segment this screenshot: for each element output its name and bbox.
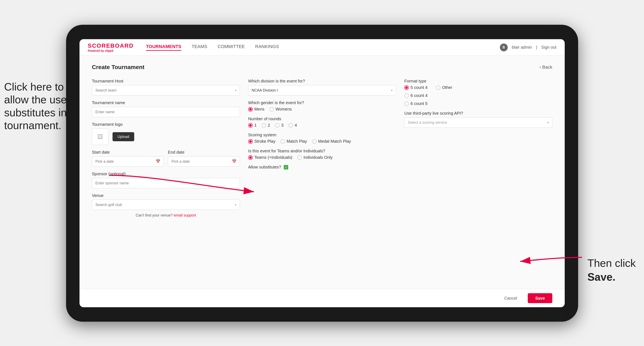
user-name: blair admin [512, 45, 532, 50]
division-group: Which division is the event for? NCAA Di… [248, 79, 396, 95]
calendar-icon-start: 📅 [156, 159, 160, 164]
format-group: Format type 5 count 4 Other [404, 79, 552, 106]
venue-input[interactable] [96, 203, 235, 207]
tournament-logo-group: Tournament logo 🖼 Upload [92, 122, 240, 145]
scoring-medal-radio[interactable] [312, 139, 316, 144]
scoring-api-group: Use third-party live scoring API? Select… [404, 111, 552, 128]
gender-womens-radio[interactable] [270, 107, 274, 112]
logo-placeholder: 🖼 [92, 129, 108, 145]
tournament-host-input[interactable] [96, 88, 235, 93]
start-date-group: Start date 📅 [92, 150, 164, 167]
format-6count4-radio[interactable] [404, 93, 409, 98]
event-individuals[interactable]: Individuals Only [297, 155, 333, 160]
upload-button[interactable]: Upload [112, 132, 134, 141]
cancel-button[interactable]: Cancel [498, 293, 524, 303]
nav-tournaments[interactable]: TOURNAMENTS [146, 44, 181, 51]
venue-note: Can't find your venue? email support [92, 213, 240, 217]
brand-name: clippd [105, 49, 113, 52]
rounds-3-radio[interactable] [275, 123, 280, 128]
scoring-stroke-radio[interactable] [248, 139, 253, 144]
gender-womens-label: Womens [276, 107, 292, 112]
sign-out-link[interactable]: Sign out [542, 45, 556, 50]
event-individuals-label: Individuals Only [304, 155, 333, 160]
gender-mens[interactable]: Mens [248, 107, 264, 112]
gender-mens-radio[interactable] [248, 107, 253, 112]
sponsor-input-wrapper[interactable] [92, 178, 240, 188]
scoring-stroke-label: Stroke Play [254, 139, 276, 144]
division-input-wrapper[interactable]: NCAA Division I ▾ [248, 85, 396, 95]
scoring-match-radio[interactable] [280, 139, 285, 144]
rounds-1-label: 1 [254, 123, 257, 128]
nav-rankings[interactable]: RANKINGS [255, 44, 279, 51]
end-date-input-wrapper[interactable]: 📅 [168, 156, 240, 167]
event-type-radio-group: Teams (+Individuals) Individuals Only [248, 155, 396, 160]
format-5count4[interactable]: 5 count 4 [404, 85, 428, 90]
format-6count5-radio[interactable] [404, 101, 409, 106]
format-other[interactable]: Other [436, 85, 452, 90]
tournament-name-group: Tournament name [92, 100, 240, 117]
scoring-api-label: Use third-party live scoring API? [404, 111, 552, 116]
form-col-1: Tournament Host ▾ Tournament name [92, 79, 240, 217]
nav-separator: | [536, 45, 537, 50]
start-date-label: Start date [92, 150, 164, 155]
venue-label: Venue [92, 193, 240, 198]
start-date-input-wrapper[interactable]: 📅 [92, 156, 164, 167]
scoring-group: Scoring system Stroke Play Match Play [248, 133, 396, 144]
powered-by-text: Powered by [88, 49, 104, 52]
sponsor-input[interactable] [96, 181, 236, 185]
scoring-medal-label: Medal Match Play [318, 139, 351, 144]
back-button[interactable]: ‹ Back [540, 65, 552, 70]
rounds-4-radio[interactable] [288, 123, 293, 128]
substitutes-row: Allow substitutes? ✓ [248, 165, 396, 170]
format-other-radio[interactable] [436, 85, 440, 90]
format-5count4-label: 5 count 4 [410, 85, 428, 90]
gender-womens[interactable]: Womens [270, 107, 292, 112]
avatar: B [500, 43, 508, 51]
rounds-3[interactable]: 3 [275, 123, 284, 128]
event-individuals-radio[interactable] [297, 155, 302, 160]
tournament-name-input-wrapper[interactable] [92, 107, 240, 117]
format-other-label: Other [442, 85, 452, 90]
division-value: NCAA Division I [252, 88, 278, 93]
venue-email-link[interactable]: email support [174, 213, 196, 217]
nav-committee[interactable]: COMMITTEE [218, 44, 245, 51]
scoring-match-label: Match Play [286, 139, 307, 144]
save-button[interactable]: Save [528, 293, 552, 303]
gender-group: Which gender is the event for? Mens Wome… [248, 100, 396, 112]
rounds-1-radio[interactable] [248, 123, 253, 128]
tournament-host-input-wrapper[interactable]: ▾ [92, 85, 240, 95]
rounds-4[interactable]: 4 [288, 123, 297, 128]
form-grid: Tournament Host ▾ Tournament name [92, 79, 552, 217]
rounds-2[interactable]: 2 [262, 123, 270, 128]
sponsor-group: Sponsor (optional) [92, 172, 240, 188]
format-6count4-label: 6 count 4 [410, 93, 428, 98]
scoring-service-placeholder: Select a scoring service [408, 120, 447, 125]
tablet-frame: SCOREBOARD Powered by clippd TOURNAMENTS… [66, 25, 578, 322]
scoring-match[interactable]: Match Play [280, 139, 307, 144]
rounds-label: Number of rounds [248, 117, 396, 121]
tablet-screen: SCOREBOARD Powered by clippd TOURNAMENTS… [80, 39, 565, 307]
format-6count4[interactable]: 6 count 4 [404, 93, 552, 98]
event-teams-radio[interactable] [248, 155, 253, 160]
scoring-stroke[interactable]: Stroke Play [248, 139, 276, 144]
end-date-input[interactable] [172, 159, 232, 164]
event-teams[interactable]: Teams (+Individuals) [248, 155, 292, 160]
substitutes-checkbox[interactable]: ✓ [284, 165, 288, 170]
page-header: Create Tournament ‹ Back [92, 64, 552, 70]
scoring-radio-group: Stroke Play Match Play Medal Match Play [248, 139, 396, 144]
venue-input-wrapper[interactable]: ▾ [92, 200, 240, 210]
start-date-input[interactable] [96, 159, 156, 164]
nav-teams[interactable]: TEAMS [192, 44, 207, 51]
rounds-2-radio[interactable] [262, 123, 266, 128]
rounds-1[interactable]: 1 [248, 123, 257, 128]
format-5count4-radio[interactable] [404, 85, 409, 90]
division-label: Which division is the event for? [248, 79, 396, 84]
host-dropdown-arrow: ▾ [235, 89, 236, 92]
form-footer: Cancel Save [80, 289, 565, 307]
tournament-name-label: Tournament name [92, 100, 240, 105]
scoring-service-select[interactable]: Select a scoring service ▾ [404, 117, 552, 128]
format-6count5[interactable]: 6 count 5 [404, 101, 552, 106]
division-dropdown-arrow: ▾ [391, 89, 392, 92]
tournament-name-input[interactable] [96, 110, 236, 114]
scoring-medal[interactable]: Medal Match Play [312, 139, 351, 144]
